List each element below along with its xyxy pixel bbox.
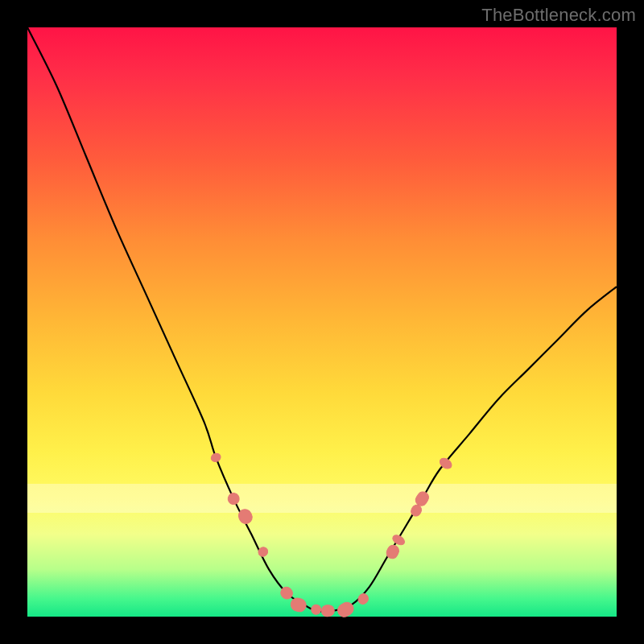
marker-capsule	[225, 491, 241, 506]
main-curve	[27, 27, 617, 612]
marker-capsule	[210, 452, 222, 463]
marker-group	[210, 452, 454, 619]
watermark-text: TheBottleneck.com	[481, 5, 636, 26]
curve-layer	[27, 27, 617, 617]
plot-area	[27, 27, 617, 617]
marker-capsule	[289, 597, 307, 613]
chart-frame: TheBottleneck.com	[0, 0, 644, 644]
marker-capsule	[311, 605, 321, 615]
marker-capsule	[357, 592, 370, 605]
marker-capsule	[321, 605, 335, 617]
marker-capsule	[336, 600, 356, 619]
